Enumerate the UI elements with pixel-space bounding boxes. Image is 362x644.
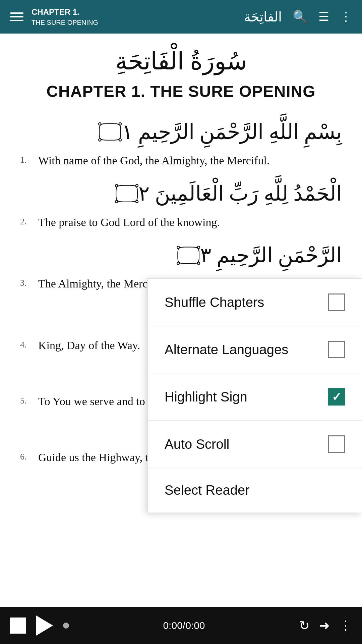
shuffle-chapters-item[interactable]: Shuffle Chapters <box>148 279 362 326</box>
shuffle-chapters-label: Shuffle Chapters <box>165 295 264 310</box>
arabic-verse-2: الْحَمْدُ لِلَّهِ رَبِّ الْعَالَمِينَ ۝٢ <box>20 179 342 208</box>
verse-num-3: 3. <box>20 275 34 289</box>
highlight-sign-checkbox[interactable] <box>328 388 345 406</box>
nav-left: CHAPTER 1. THE SURE OPENING <box>10 6 98 27</box>
verse-block-2: الْحَمْدُ لِلَّهِ رَبِّ الْعَالَمِينَ ۝٢… <box>20 179 342 231</box>
verse-text-4: King, Day of the Way. <box>38 337 140 354</box>
verse-num-6: 6. <box>20 449 34 463</box>
verse-num-2: 2. <box>20 214 34 228</box>
stop-button[interactable] <box>10 618 26 634</box>
verse-text-2: The praise to God Lord of the knowing. <box>38 214 220 231</box>
more-options-icon[interactable]: ⋮ <box>340 10 352 24</box>
translation-2: 2. The praise to God Lord of the knowing… <box>20 214 342 231</box>
nav-arabic-text: الفاتِحَة <box>244 9 282 25</box>
chapter-english-title: CHAPTER 1. THE SURE OPENING <box>20 82 342 101</box>
alternate-languages-item[interactable]: Alternate Languages <box>148 326 362 373</box>
verse-num-5: 5. <box>20 393 34 407</box>
highlight-sign-item[interactable]: Highlight Sign <box>148 373 362 421</box>
options-dropdown: Shuffle Chapters Alternate Languages Hig… <box>147 278 362 513</box>
surah-arabic-title: سُورَةُ الْفَاتِحَةِ <box>20 47 342 75</box>
bottom-playbar: 0:00/0:00 ↻ ➜ ⋮ <box>0 607 362 644</box>
nav-chapter-label-sub: THE SURE OPENING <box>32 18 98 27</box>
top-navbar: CHAPTER 1. THE SURE OPENING الفاتِحَة 🔍 … <box>0 0 362 34</box>
arabic-verse-3: الرَّحْمَنِ الرَّحِيمِ ۝٣ <box>20 241 342 270</box>
forward-icon[interactable]: ➜ <box>319 618 330 633</box>
play-button[interactable] <box>36 615 53 636</box>
time-display: 0:00/0:00 <box>163 620 205 631</box>
nav-chapter-title: CHAPTER 1. THE SURE OPENING <box>32 6 98 27</box>
auto-scroll-checkbox[interactable] <box>328 435 345 453</box>
hamburger-menu-button[interactable] <box>10 12 23 21</box>
list-icon[interactable]: ☰ <box>318 10 329 24</box>
select-reader-item[interactable]: Select Reader <box>148 468 362 513</box>
verse-text-3: The Almighty, the Merciful. <box>38 275 166 292</box>
bottom-more-icon[interactable]: ⋮ <box>339 618 352 633</box>
playback-controls <box>10 615 69 636</box>
shuffle-chapters-checkbox[interactable] <box>328 293 345 311</box>
verse-text-1: With name of the God, the Almighty, the … <box>38 152 269 169</box>
progress-indicator <box>63 623 69 629</box>
select-reader-label: Select Reader <box>165 483 249 498</box>
auto-scroll-item[interactable]: Auto Scroll <box>148 421 362 468</box>
verse-block-1: بِسْمِ اللَّهِ الرَّحْمَنِ الرَّحِيمِ ۝١… <box>20 117 342 169</box>
search-icon[interactable]: 🔍 <box>293 10 308 24</box>
nav-chapter-label-top: CHAPTER 1. <box>32 6 98 18</box>
repeat-icon[interactable]: ↻ <box>299 618 310 633</box>
verse-num-1: 1. <box>20 152 34 166</box>
verse-num-4: 4. <box>20 337 34 351</box>
nav-right: الفاتِحَة 🔍 ☰ ⋮ <box>244 9 352 25</box>
arabic-verse-1: بِسْمِ اللَّهِ الرَّحْمَنِ الرَّحِيمِ ۝١ <box>20 117 342 147</box>
alternate-languages-label: Alternate Languages <box>165 342 288 357</box>
alternate-languages-checkbox[interactable] <box>328 341 345 358</box>
translation-1: 1. With name of the God, the Almighty, t… <box>20 152 342 169</box>
highlight-sign-label: Highlight Sign <box>165 389 247 405</box>
bottom-right-controls: ↻ ➜ ⋮ <box>299 618 352 633</box>
auto-scroll-label: Auto Scroll <box>165 437 229 452</box>
